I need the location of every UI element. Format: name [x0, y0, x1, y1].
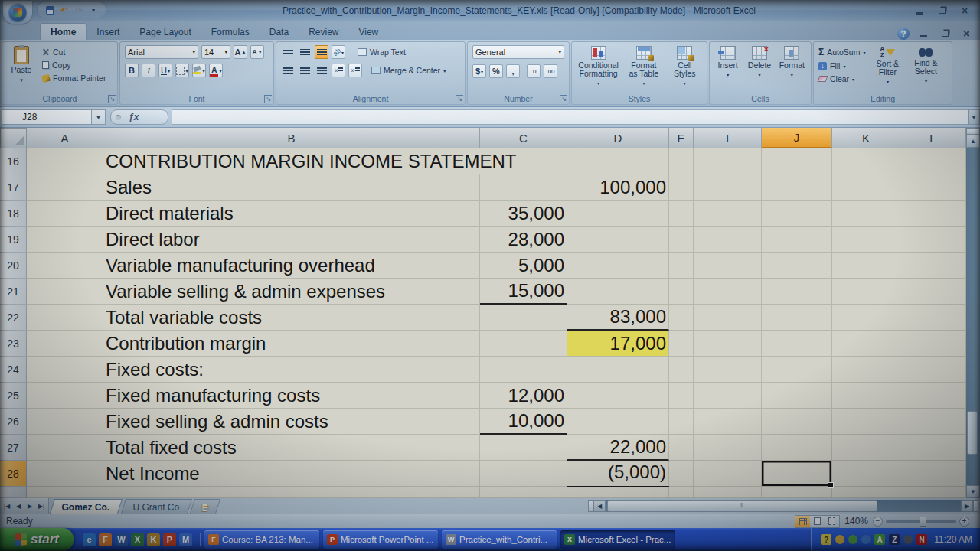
row-header-20[interactable]: 20 [0, 253, 27, 279]
cell-B22[interactable]: Total variable costs [103, 305, 480, 331]
font-dialog-launcher[interactable]: ↘ [264, 95, 272, 103]
normal-view-button[interactable] [795, 516, 810, 527]
name-box[interactable]: J28 [2, 109, 92, 125]
cell-B20[interactable]: Variable manufacturing overhead [103, 253, 480, 279]
row-header-25[interactable]: 25 [0, 383, 27, 409]
increase-decimal-button[interactable]: .0 [527, 64, 541, 78]
cell-B29[interactable] [103, 487, 480, 498]
cell-I24[interactable] [694, 357, 762, 383]
cell-I25[interactable] [694, 383, 762, 409]
format-cells-button[interactable]: Format ▾ [776, 44, 808, 93]
row-header-27[interactable]: 27 [0, 435, 27, 461]
cell-A20[interactable] [27, 253, 103, 279]
cell-D26[interactable] [567, 409, 669, 435]
name-box-dropdown[interactable]: ▼ [92, 109, 106, 125]
cell-J28[interactable] [762, 461, 832, 487]
cell-D23[interactable]: 17,000 [567, 331, 669, 357]
cell-E21[interactable] [669, 279, 694, 305]
cell-B23[interactable]: Contribution margin [103, 331, 480, 357]
close-button[interactable]: × [957, 5, 972, 16]
row-header-17[interactable]: 17 [0, 174, 27, 201]
row-header-23[interactable]: 23 [0, 331, 27, 357]
cell-L18[interactable] [900, 201, 966, 227]
cell-L24[interactable] [900, 357, 966, 383]
workbook-close-button[interactable]: × [959, 29, 974, 38]
last-sheet-button[interactable]: ▶| [36, 500, 47, 511]
comma-style-button[interactable]: , [506, 64, 520, 78]
cell-B17[interactable]: Sales [103, 174, 480, 201]
format-as-table-button[interactable]: Format as Table ▾ [623, 44, 664, 93]
insert-function-button[interactable]: ƒx [129, 112, 139, 122]
cell-C19[interactable]: 28,000 [480, 227, 567, 253]
font-color-button[interactable]: A▾ [209, 64, 223, 77]
taskbar-window-document-icon[interactable]: WPractice_with_Contri... [442, 530, 557, 549]
cell-J17[interactable] [762, 174, 832, 201]
horizontal-split-handle-2[interactable] [973, 500, 978, 512]
cut-button[interactable]: Cut [41, 47, 107, 57]
cell-K22[interactable] [832, 305, 900, 331]
cell-J19[interactable] [762, 227, 832, 253]
formula-input[interactable] [172, 109, 968, 125]
orientation-button[interactable]: ab▾ [332, 45, 345, 59]
cell-C20[interactable]: 5,000 [480, 253, 567, 279]
cell-K28[interactable] [832, 461, 900, 487]
autosum-button[interactable]: Σ AutoSum ▾ [817, 46, 867, 58]
shield-icon[interactable] [848, 535, 858, 544]
cell-B24[interactable]: Fixed costs: [103, 357, 480, 383]
excel-icon[interactable]: X [131, 533, 144, 546]
cell-B27[interactable]: Total fixed costs [103, 435, 480, 461]
accounting-format-button[interactable]: $▾ [472, 64, 486, 78]
italic-button[interactable]: I [142, 64, 155, 77]
cell-E25[interactable] [669, 383, 694, 409]
horizontal-scrollbar[interactable]: ◀ ⦀ ▶ [588, 500, 978, 513]
volume-icon[interactable] [903, 535, 913, 544]
cell-J26[interactable] [762, 409, 832, 435]
row-header-24[interactable]: 24 [0, 357, 27, 383]
cell-J20[interactable] [762, 253, 832, 279]
formula-bar-expand-button[interactable]: ▼ [968, 109, 980, 125]
cell-A18[interactable] [27, 201, 103, 227]
cell-J18[interactable] [762, 201, 832, 227]
vertical-split-handle[interactable] [966, 128, 980, 135]
cell-A17[interactable] [27, 174, 103, 201]
cell-D29[interactable] [567, 487, 669, 498]
cell-A29[interactable] [27, 487, 103, 498]
sheet-tab-gomez-co-[interactable]: Gomez Co. [50, 499, 122, 514]
cell-A19[interactable] [27, 227, 103, 253]
zoom-track[interactable] [886, 520, 956, 523]
cell-L16[interactable] [900, 148, 966, 174]
cell-D18[interactable] [567, 201, 669, 227]
save-button[interactable] [44, 4, 56, 16]
cell-C17[interactable] [480, 174, 567, 201]
font-name-combo[interactable]: Arial▾ [125, 45, 198, 59]
cell-K19[interactable] [832, 227, 900, 253]
cell-J25[interactable] [762, 383, 832, 409]
cell-I22[interactable] [694, 305, 762, 331]
cell-D27[interactable]: 22,000 [567, 435, 669, 461]
paste-button[interactable]: Paste ▾ [5, 44, 38, 86]
horizontal-scroll-thumb[interactable]: ⦀ [607, 500, 877, 512]
cell-B25[interactable]: Fixed manufacturing costs [103, 383, 480, 409]
tab-review[interactable]: Review [299, 24, 348, 40]
cell-A21[interactable] [27, 279, 103, 305]
cell-C26[interactable]: 10,000 [480, 409, 567, 435]
decrease-indent-button[interactable]: « [332, 64, 345, 77]
align-left-button[interactable] [281, 64, 295, 77]
cell-K23[interactable] [832, 331, 900, 357]
cell-I20[interactable] [694, 253, 762, 279]
row-header-18[interactable]: 18 [0, 201, 27, 227]
zoom-level[interactable]: 140% [844, 516, 868, 527]
merge-center-button[interactable]: Merge & Center ▾ [370, 65, 447, 76]
next-sheet-button[interactable]: ▶ [24, 500, 35, 511]
smiley-icon[interactable] [835, 535, 844, 544]
select-all-corner[interactable] [0, 128, 27, 148]
cell-L22[interactable] [900, 305, 966, 331]
wrap-text-button[interactable]: Wrap Text [356, 47, 407, 57]
taskbar-window-powerpoint-icon[interactable]: PMicrosoft PowerPoint ... [323, 530, 438, 549]
cell-L26[interactable] [900, 409, 966, 435]
cell-E26[interactable] [669, 409, 694, 435]
cell-L21[interactable] [900, 279, 966, 305]
format-painter-button[interactable]: Format Painter [41, 73, 107, 83]
cell-I18[interactable] [694, 201, 762, 227]
cell-C22[interactable] [480, 305, 567, 331]
